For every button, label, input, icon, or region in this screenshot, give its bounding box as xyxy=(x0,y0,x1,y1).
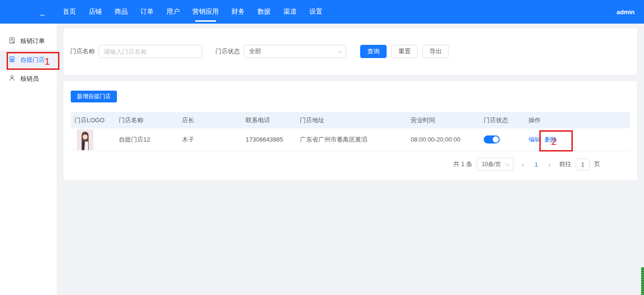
app-window: 首页 店铺 商品 订单 用户 营销应用 财务 数据 渠道 设置 admin 核销… xyxy=(0,0,644,295)
col-header-status: 门店状态 xyxy=(480,116,525,125)
nav-item-users[interactable]: 用户 xyxy=(166,0,180,24)
store-status-toggle[interactable] xyxy=(484,135,500,143)
nav-item-settings[interactable]: 设置 xyxy=(309,0,322,24)
nav-item-shop[interactable]: 店铺 xyxy=(89,0,102,24)
top-nav: 首页 店铺 商品 订单 用户 营销应用 财务 数据 渠道 设置 admin xyxy=(0,0,644,24)
nav-item-finance[interactable]: 财务 xyxy=(231,0,245,24)
filter-panel: 门店名称 门店状态 全部 查询 重置 导出 xyxy=(64,28,637,75)
store-hours-cell: 08:00:00-20:00:00 xyxy=(407,136,480,143)
scrollbar-artifact xyxy=(641,267,644,295)
store-status-cell xyxy=(480,135,525,143)
order-check-icon xyxy=(8,37,16,45)
nav-item-marketing[interactable]: 营销应用 xyxy=(192,0,219,24)
nav-item-home[interactable]: 首页 xyxy=(63,0,76,24)
store-logo-image xyxy=(77,129,93,150)
sidebar-item-label: 核销员 xyxy=(20,75,39,83)
store-status-select[interactable]: 全部 xyxy=(244,45,346,58)
store-logo-cell xyxy=(71,129,115,150)
page-size-value: 10条/页 xyxy=(482,160,501,169)
chevron-down-icon xyxy=(505,161,510,166)
table-header-row: 门店LOGO 门店名称 店长 联系电话 门店地址 营业时间 门店状态 操作 xyxy=(71,112,630,128)
col-header-actions: 操作 xyxy=(525,116,630,125)
chevron-down-icon xyxy=(338,49,342,53)
logo-mark xyxy=(40,15,45,16)
annotation-number-2: 2 xyxy=(551,136,557,147)
store-address-cell: 广东省广州市番禺区展滔 xyxy=(296,135,407,144)
store-name-label: 门店名称 xyxy=(70,47,95,56)
col-header-manager: 店长 xyxy=(178,116,242,125)
user-menu[interactable]: admin xyxy=(617,8,644,16)
nav-item-channel[interactable]: 渠道 xyxy=(283,0,297,24)
page-size-select[interactable]: 10条/页 xyxy=(477,158,513,171)
nav-item-data[interactable]: 数据 xyxy=(257,0,271,24)
pagination: 共 1 条 10条/页 ‹ 1 › 前往 页 xyxy=(453,158,600,171)
col-header-hours: 营业时间 xyxy=(407,116,480,125)
sidebar-item-verifiers[interactable]: 核销员 xyxy=(0,69,57,88)
col-header-logo: 门店LOGO xyxy=(71,116,115,125)
export-button[interactable]: 导出 xyxy=(422,45,449,58)
add-store-button[interactable]: 新增自提门店 xyxy=(71,91,117,102)
reset-button[interactable]: 重置 xyxy=(391,45,418,58)
nav-item-orders[interactable]: 订单 xyxy=(140,0,154,24)
store-manager-cell: 木子 xyxy=(178,135,242,144)
annotation-box-1: 1 xyxy=(7,52,59,70)
total-count-label: 共 1 条 xyxy=(453,160,472,169)
sidebar-item-verify-orders[interactable]: 核销订单 xyxy=(0,32,57,51)
prev-page-button[interactable]: ‹ xyxy=(518,160,528,169)
page-unit-label: 页 xyxy=(594,160,600,169)
store-name-input[interactable] xyxy=(99,45,202,58)
store-status-value: 全部 xyxy=(249,47,261,56)
col-header-phone: 联系电话 xyxy=(242,116,296,125)
annotation-box-2: 2 xyxy=(539,130,573,152)
goto-label: 前往 xyxy=(559,160,571,169)
logo xyxy=(0,0,63,24)
nav-item-goods[interactable]: 商品 xyxy=(115,0,128,24)
goto-page-input[interactable] xyxy=(576,159,590,170)
store-phone-cell: 17306643985 xyxy=(242,136,296,143)
page-number[interactable]: 1 xyxy=(533,161,540,168)
search-button[interactable]: 查询 xyxy=(360,45,387,58)
nav-menu: 首页 店铺 商品 订单 用户 营销应用 财务 数据 渠道 设置 xyxy=(63,0,322,24)
store-status-label: 门店状态 xyxy=(215,47,240,56)
store-name-cell: 自提门店12 xyxy=(115,135,178,144)
sidebar-item-label: 核销订单 xyxy=(20,37,45,45)
col-header-name: 门店名称 xyxy=(115,116,178,125)
annotation-number-1: 1 xyxy=(44,56,50,67)
col-header-address: 门店地址 xyxy=(296,116,407,125)
person-icon xyxy=(8,75,16,83)
next-page-button[interactable]: › xyxy=(544,160,555,169)
